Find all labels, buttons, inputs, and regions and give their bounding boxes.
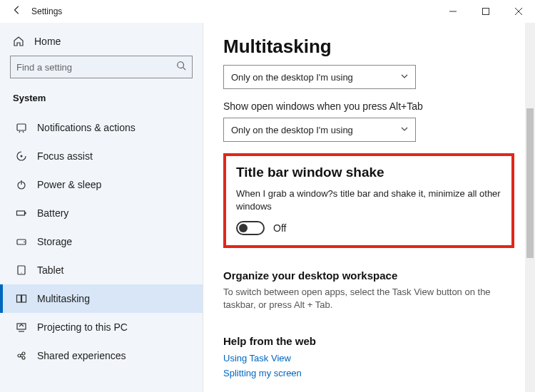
sidebar-item-tablet[interactable]: Tablet — [0, 256, 203, 284]
dropdown-value: Only on the desktop I'm using — [231, 125, 353, 135]
workspace-heading: Organize your desktop workspace — [223, 269, 515, 282]
sidebar-item-multitasking[interactable]: Multitasking — [0, 284, 203, 313]
svg-rect-6 — [17, 124, 26, 130]
sidebar-item-label: Tablet — [37, 264, 63, 276]
shake-toggle[interactable] — [236, 221, 265, 235]
window-title: Settings — [29, 6, 62, 16]
sidebar-item-label: Multitasking — [37, 293, 90, 304]
sidebar-item-label: Battery — [37, 207, 68, 219]
content-scrollbar[interactable] — [525, 23, 535, 392]
sidebar-group-label: System — [0, 88, 203, 113]
page-title: Multitasking — [223, 36, 515, 58]
shake-toggle-label: Off — [273, 222, 286, 234]
sidebar-item-notifications[interactable]: Notifications & actions — [0, 113, 203, 142]
sidebar-item-label: Storage — [37, 236, 72, 247]
search-input[interactable] — [16, 62, 176, 73]
shake-description: When I grab a window?s title bar and sha… — [236, 187, 501, 212]
sidebar-item-label: Projecting to this PC — [37, 321, 128, 333]
highlighted-section: Title bar window shake When I grab a win… — [223, 153, 514, 248]
alt-tab-label: Show open windows when you press Alt+Tab — [223, 100, 515, 112]
svg-point-4 — [178, 62, 184, 68]
help-heading: Help from the web — [223, 335, 515, 347]
shake-heading: Title bar window shake — [236, 165, 501, 180]
power-icon — [16, 179, 27, 190]
svg-line-23 — [21, 356, 22, 357]
sidebar-home-label: Home — [34, 36, 61, 47]
dropdown-alt-tab[interactable]: Only on the desktop I'm using — [223, 118, 416, 142]
workspace-body: To switch between open apps, select the … — [223, 286, 515, 311]
svg-point-7 — [21, 155, 23, 158]
help-link-splitting[interactable]: Splitting my screen — [223, 368, 515, 378]
sidebar-item-battery[interactable]: Battery — [0, 199, 203, 227]
sidebar-home[interactable]: Home — [0, 29, 203, 56]
dropdown-value: Only on the desktop I'm using — [231, 72, 353, 83]
sidebar-item-label: Notifications & actions — [37, 122, 136, 133]
minimize-button[interactable] — [437, 0, 469, 23]
chevron-down-icon — [401, 125, 408, 134]
dropdown-desktop-scope-1[interactable]: Only on the desktop I'm using — [223, 65, 416, 89]
home-icon — [13, 36, 24, 47]
sidebar-item-projecting[interactable]: Projecting to this PC — [0, 313, 203, 341]
focus-icon — [16, 150, 27, 162]
sidebar-item-label: Shared experiences — [37, 350, 126, 361]
maximize-button[interactable] — [469, 0, 502, 23]
help-link-task-view[interactable]: Using Task View — [223, 353, 515, 363]
notifications-icon — [16, 122, 27, 133]
storage-icon — [16, 236, 27, 247]
svg-rect-10 — [17, 211, 25, 215]
svg-line-5 — [183, 68, 186, 71]
tablet-icon — [16, 264, 27, 276]
search-input-wrap[interactable] — [10, 56, 193, 78]
sidebar-item-focus[interactable]: Focus assist — [0, 142, 203, 170]
scrollbar-thumb[interactable] — [526, 108, 534, 258]
sidebar-item-shared[interactable]: Shared experiences — [0, 341, 203, 370]
titlebar: Settings — [0, 0, 535, 23]
svg-line-22 — [21, 354, 22, 355]
toggle-knob — [239, 224, 248, 232]
projecting-icon — [16, 321, 27, 333]
svg-rect-16 — [17, 295, 21, 302]
multitasking-icon — [16, 293, 27, 304]
svg-rect-17 — [22, 295, 26, 302]
svg-rect-1 — [483, 9, 489, 15]
chevron-down-icon — [401, 73, 408, 81]
sidebar-item-power[interactable]: Power & sleep — [0, 170, 203, 199]
close-button[interactable] — [502, 0, 535, 23]
sidebar: Home System Notifications & actionsFocus… — [0, 23, 203, 392]
svg-rect-11 — [25, 212, 26, 215]
svg-point-20 — [22, 352, 25, 355]
content-area: Multitasking Only on the desktop I'm usi… — [203, 23, 535, 392]
sidebar-item-label: Focus assist — [37, 150, 93, 162]
battery-icon — [16, 207, 27, 219]
search-icon — [176, 61, 186, 73]
back-button[interactable] — [6, 5, 29, 18]
sidebar-item-storage[interactable]: Storage — [0, 227, 203, 256]
svg-point-19 — [18, 354, 21, 357]
svg-point-13 — [24, 242, 25, 243]
svg-point-21 — [22, 356, 25, 359]
svg-point-15 — [21, 272, 21, 273]
shared-icon — [16, 350, 27, 361]
sidebar-item-label: Power & sleep — [37, 179, 101, 190]
